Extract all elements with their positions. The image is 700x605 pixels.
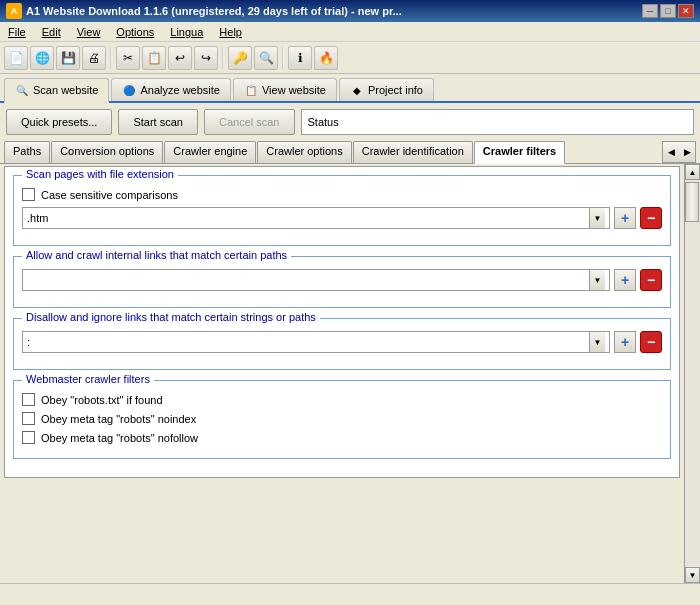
toolbar-key[interactable]: 🔑 <box>228 46 252 70</box>
toolbar-sep-3 <box>282 47 284 69</box>
main-content: Scan pages with file extension Case sens… <box>4 166 680 478</box>
toolbar: 📄 🌐 💾 🖨 ✂ 📋 ↩ ↪ 🔑 🔍 ℹ 🔥 <box>0 42 700 74</box>
allow-crawl-content: ▼ + − <box>22 269 662 291</box>
file-ext-value: .htm <box>27 212 48 224</box>
menu-edit[interactable]: Edit <box>38 26 65 38</box>
nav-tabs: 🔍 Scan website 🔵 Analyze website 📋 View … <box>0 74 700 103</box>
toolbar-copy[interactable]: 📋 <box>142 46 166 70</box>
case-sensitive-row: Case sensitive comparisons <box>22 188 662 201</box>
sub-tab-nav: ◀ ▶ <box>662 141 696 163</box>
robots-nofollow-label: Obey meta tag "robots" nofollow <box>41 432 198 444</box>
sub-tab-crawler-id[interactable]: Crawler identification <box>353 141 473 163</box>
robots-txt-row: Obey "robots.txt" if found <box>22 393 662 406</box>
analyze-tab-label: Analyze website <box>140 84 220 96</box>
app-icon: A <box>6 3 22 19</box>
status-field: Status <box>301 109 695 135</box>
robots-nofollow-row: Obey meta tag "robots" nofollow <box>22 431 662 444</box>
robots-noindex-checkbox[interactable] <box>22 412 35 425</box>
toolbar-fire[interactable]: 🔥 <box>314 46 338 70</box>
scroll-up-button[interactable]: ▲ <box>685 164 700 180</box>
toolbar-open[interactable]: 🌐 <box>30 46 54 70</box>
sub-tab-conversion[interactable]: Conversion options <box>51 141 163 163</box>
scrollbar: ▲ ▼ <box>684 164 700 583</box>
cancel-scan-button[interactable]: Cancel scan <box>204 109 295 135</box>
nav-tab-info[interactable]: ◆ Project info <box>339 78 434 101</box>
file-ext-remove-button[interactable]: − <box>640 207 662 229</box>
toolbar-cut[interactable]: ✂ <box>116 46 140 70</box>
toolbar-save[interactable]: 💾 <box>56 46 80 70</box>
case-sensitive-checkbox[interactable] <box>22 188 35 201</box>
menu-options[interactable]: Options <box>112 26 158 38</box>
allow-crawl-add-button[interactable]: + <box>614 269 636 291</box>
robots-txt-checkbox[interactable] <box>22 393 35 406</box>
nav-tab-view[interactable]: 📋 View website <box>233 78 337 101</box>
allow-crawl-combo-row: ▼ + − <box>22 269 662 291</box>
file-extension-label: Scan pages with file extension <box>22 168 178 180</box>
toolbar-info[interactable]: ℹ <box>288 46 312 70</box>
scroll-thumb[interactable] <box>685 182 699 222</box>
disallow-label: Disallow and ignore links that match cer… <box>22 311 320 323</box>
sub-tab-crawler-engine[interactable]: Crawler engine <box>164 141 256 163</box>
robots-nofollow-checkbox[interactable] <box>22 431 35 444</box>
start-scan-button[interactable]: Start scan <box>118 109 198 135</box>
view-tab-icon: 📋 <box>244 83 258 97</box>
nav-tab-analyze[interactable]: 🔵 Analyze website <box>111 78 231 101</box>
disallow-combo[interactable]: : ▼ <box>22 331 610 353</box>
sub-tab-paths[interactable]: Paths <box>4 141 50 163</box>
allow-crawl-dropdown-arrow[interactable]: ▼ <box>589 270 605 290</box>
file-ext-add-button[interactable]: + <box>614 207 636 229</box>
robots-noindex-row: Obey meta tag "robots" noindex <box>22 412 662 425</box>
nav-tab-scan[interactable]: 🔍 Scan website <box>4 78 109 103</box>
menu-lingua[interactable]: Lingua <box>166 26 207 38</box>
file-extension-content: Case sensitive comparisons .htm ▼ + − <box>22 188 662 229</box>
content-wrapper: Scan pages with file extension Case sens… <box>0 164 700 583</box>
scan-tab-label: Scan website <box>33 84 98 96</box>
file-extension-section: Scan pages with file extension Case sens… <box>13 175 671 246</box>
sub-tab-crawler-filters[interactable]: Crawler filters <box>474 141 565 164</box>
info-tab-label: Project info <box>368 84 423 96</box>
sub-tab-next[interactable]: ▶ <box>679 142 695 162</box>
menu-help[interactable]: Help <box>215 26 246 38</box>
toolbar-new[interactable]: 📄 <box>4 46 28 70</box>
view-tab-label: View website <box>262 84 326 96</box>
status-text: Status <box>308 116 339 128</box>
sub-tab-crawler-options[interactable]: Crawler options <box>257 141 351 163</box>
disallow-value: : <box>27 336 30 348</box>
menu-file[interactable]: File <box>4 26 30 38</box>
toolbar-undo[interactable]: ↩ <box>168 46 192 70</box>
scan-tab-icon: 🔍 <box>15 83 29 97</box>
menu-bar: File Edit View Options Lingua Help <box>0 22 700 42</box>
allow-crawl-label: Allow and crawl internal links that matc… <box>22 249 291 261</box>
file-ext-dropdown-arrow[interactable]: ▼ <box>589 208 605 228</box>
scroll-down-button[interactable]: ▼ <box>685 567 700 583</box>
robots-noindex-label: Obey meta tag "robots" noindex <box>41 413 196 425</box>
disallow-add-button[interactable]: + <box>614 331 636 353</box>
title-controls: ─ □ ✕ <box>642 4 694 18</box>
action-bar: Quick presets... Start scan Cancel scan … <box>0 103 700 141</box>
sub-tabs: Paths Conversion options Crawler engine … <box>0 141 700 164</box>
disallow-section: Disallow and ignore links that match cer… <box>13 318 671 370</box>
robots-txt-label: Obey "robots.txt" if found <box>41 394 163 406</box>
close-button[interactable]: ✕ <box>678 4 694 18</box>
file-ext-combo[interactable]: .htm ▼ <box>22 207 610 229</box>
allow-crawl-section: Allow and crawl internal links that matc… <box>13 256 671 308</box>
disallow-dropdown-arrow[interactable]: ▼ <box>589 332 605 352</box>
toolbar-sep-2 <box>222 47 224 69</box>
toolbar-print[interactable]: 🖨 <box>82 46 106 70</box>
restore-button[interactable]: □ <box>660 4 676 18</box>
disallow-remove-button[interactable]: − <box>640 331 662 353</box>
window-title: A1 Website Download 1.1.6 (unregistered,… <box>26 5 402 17</box>
toolbar-redo[interactable]: ↪ <box>194 46 218 70</box>
allow-crawl-combo[interactable]: ▼ <box>22 269 610 291</box>
file-ext-combo-row: .htm ▼ + − <box>22 207 662 229</box>
sub-tab-prev[interactable]: ◀ <box>663 142 679 162</box>
allow-crawl-remove-button[interactable]: − <box>640 269 662 291</box>
quick-presets-button[interactable]: Quick presets... <box>6 109 112 135</box>
info-tab-icon: ◆ <box>350 83 364 97</box>
status-bar <box>0 583 700 601</box>
toolbar-search[interactable]: 🔍 <box>254 46 278 70</box>
scroll-track[interactable] <box>685 180 700 567</box>
minimize-button[interactable]: ─ <box>642 4 658 18</box>
disallow-content: : ▼ + − <box>22 331 662 353</box>
menu-view[interactable]: View <box>73 26 105 38</box>
